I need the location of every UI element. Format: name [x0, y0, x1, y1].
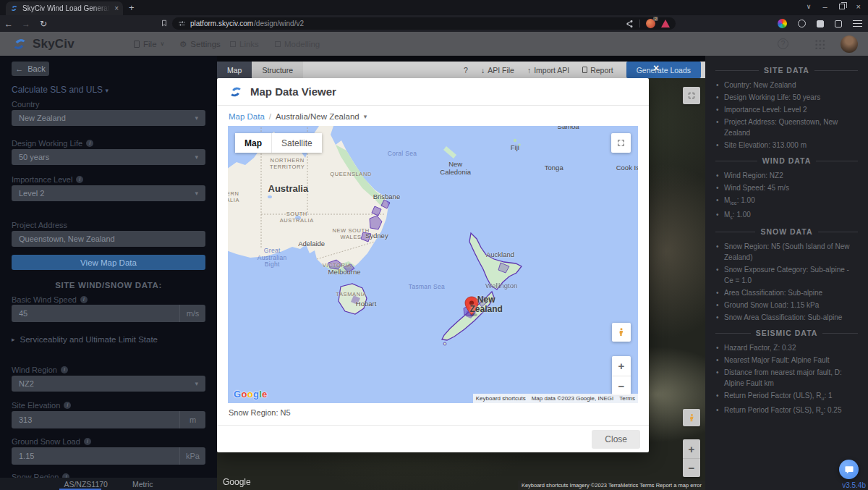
browser-tab-strip: SkyCiv Wind Load Generat × + ∨ – × [0, 0, 868, 15]
attribution-item[interactable]: Map data ©2023 Google, INEGI [529, 394, 617, 403]
code-tab[interactable]: AS/NZS1170 [64, 480, 108, 489]
bg-google-logo: Google [223, 477, 251, 487]
section-title: WIND DATA [715, 156, 858, 165]
version-label: v3.5.4b [842, 481, 866, 489]
map-canvas[interactable]: SamoaFijiNewCaledoniaTongaCook IsCoral S… [228, 126, 638, 403]
chat-bubble-icon[interactable] [839, 460, 859, 479]
country-select[interactable]: New Zealand ▾ [12, 110, 205, 126]
url-field[interactable]: platform.skyciv.com /design/wind/v2 2 [172, 17, 676, 30]
browser-tab[interactable]: SkyCiv Wind Load Generat × [6, 1, 123, 15]
extension-triangle-icon[interactable] [661, 20, 670, 28]
breadcrumb-caret-icon[interactable]: ▾ [364, 113, 367, 120]
breadcrumb-root[interactable]: Map Data [229, 112, 265, 121]
zoom-control: + − [612, 356, 631, 395]
apps-grid-icon[interactable] [814, 39, 825, 49]
section-title: SITE DATA [715, 66, 858, 75]
back-nav-icon[interactable]: ← [0, 19, 17, 29]
tab-structure[interactable]: Structure [252, 62, 303, 78]
info-icon[interactable] [76, 176, 83, 183]
modal-logo-icon [229, 85, 243, 99]
report-button[interactable]: Report [582, 66, 613, 75]
panel-icon[interactable] [817, 20, 824, 28]
wind-speed-unit: m/s [179, 305, 205, 322]
snow-load-input[interactable] [12, 447, 205, 465]
info-icon[interactable] [84, 438, 91, 445]
extension-icon[interactable]: 2 [646, 19, 655, 28]
address-input[interactable] [12, 231, 205, 247]
modal-close-icon[interactable]: × [653, 62, 659, 74]
forward-nav-icon[interactable]: → [17, 19, 35, 29]
new-tab-button[interactable]: + [129, 2, 135, 13]
snow-load-unit: kPa [179, 447, 205, 465]
ring-extension-icon[interactable] [798, 20, 806, 28]
bg-zoom-control: + − [683, 439, 700, 477]
data-list: Wind Region: NZ2Wind Speed: 45 m/sMlee: … [715, 170, 858, 221]
window-menu-chevron-icon[interactable]: ∨ [807, 3, 812, 10]
tab-group-icon[interactable] [835, 20, 842, 28]
section-title-text: SEISMIC DATA [756, 329, 818, 337]
tab-map[interactable]: Map [217, 62, 252, 78]
wind-region-select[interactable]: NZ2 ▾ [12, 376, 205, 392]
app-toolbar: Map Structure ? ↓ API File ↑ Import API … [217, 62, 705, 78]
wind-speed-input[interactable] [12, 305, 205, 322]
close-button[interactable]: Close [592, 430, 640, 449]
tab-close-icon[interactable]: × [114, 4, 119, 12]
calc-mode-dropdown[interactable]: Calculate SLS and ULS ▾ [12, 85, 109, 95]
fullscreen-icon[interactable] [611, 133, 631, 153]
info-icon[interactable] [61, 366, 68, 373]
dwl-select[interactable]: 50 years ▾ [12, 149, 205, 165]
window-close-icon[interactable]: × [856, 2, 861, 11]
data-section: SEISMIC DATAHazard Factor, Z: 0.32Neares… [715, 329, 858, 417]
skyciv-logo[interactable]: SkyCiv [12, 36, 75, 52]
modelling-menu-disabled: Modelling [275, 40, 320, 48]
browser-menu-icon[interactable] [853, 20, 862, 27]
file-menu[interactable]: File ∨ [134, 40, 164, 48]
skyciv-logo-icon [12, 36, 27, 52]
color-wheel-extension-icon[interactable] [778, 19, 787, 28]
url-host: platform.skyciv.com [190, 20, 253, 28]
elevation-input[interactable] [12, 411, 205, 428]
share-icon[interactable] [625, 20, 634, 28]
breadcrumb: Map Data / Australia/New Zealand ▾ [217, 106, 649, 121]
settings-menu[interactable]: ⚙ Settings [179, 39, 221, 49]
api-file-button[interactable]: ↓ API File [481, 66, 514, 75]
data-list: Snow Region: N5 (South Island of New Zea… [715, 241, 858, 323]
attribution-item[interactable]: Keyboard shortcuts [473, 394, 529, 403]
bookmark-icon[interactable] [161, 17, 168, 30]
info-icon[interactable] [80, 296, 88, 303]
tune-icon[interactable] [178, 20, 186, 28]
data-item: Area Classification: Sub-alpine [715, 287, 858, 298]
bg-zoom-in-icon[interactable]: + [683, 439, 700, 458]
browser-url-bar: ← → ↻ platform.skyciv.com /design/wind/v… [0, 15, 868, 32]
toolbar-help-icon[interactable]: ? [464, 66, 468, 75]
view-map-data-button[interactable]: View Map Data [12, 255, 205, 270]
back-button[interactable]: ← Back [12, 62, 49, 76]
sls-uls-toggle[interactable]: ▸ Serviceablity and Ultimate Limit State [12, 335, 158, 344]
browser-action-icons [778, 19, 862, 28]
calc-mode-caret-icon: ▾ [105, 87, 109, 94]
links-icon [230, 41, 236, 47]
zoom-out-icon[interactable]: − [612, 376, 631, 395]
info-icon[interactable] [86, 140, 93, 147]
api-file-label: API File [488, 66, 514, 75]
generate-loads-button[interactable]: Generate Loads [626, 62, 701, 78]
map-type-satellite-button[interactable]: Satellite [271, 133, 322, 153]
help-icon[interactable]: ? [778, 38, 788, 49]
reload-icon[interactable]: ↻ [35, 19, 52, 29]
attribution-item[interactable]: Terms [616, 394, 638, 403]
bg-fullscreen-icon[interactable] [683, 87, 700, 104]
info-icon[interactable] [64, 402, 71, 409]
data-item: Wind Region: NZ2 [715, 170, 858, 181]
pegman-icon[interactable] [612, 323, 631, 342]
minimize-icon[interactable]: – [822, 2, 827, 11]
units-tab[interactable]: Metric [132, 480, 153, 489]
select-caret-icon: ▾ [195, 153, 198, 161]
map-type-map-button[interactable]: Map [235, 133, 271, 153]
zoom-in-icon[interactable]: + [612, 356, 631, 376]
import-api-button[interactable]: ↑ Import API [527, 66, 569, 75]
bg-pegman-icon[interactable] [683, 409, 700, 426]
avatar[interactable] [841, 35, 858, 53]
importance-select[interactable]: Level 2 ▾ [12, 185, 205, 201]
restore-icon[interactable] [839, 4, 845, 9]
bg-zoom-out-icon[interactable]: − [683, 458, 700, 477]
